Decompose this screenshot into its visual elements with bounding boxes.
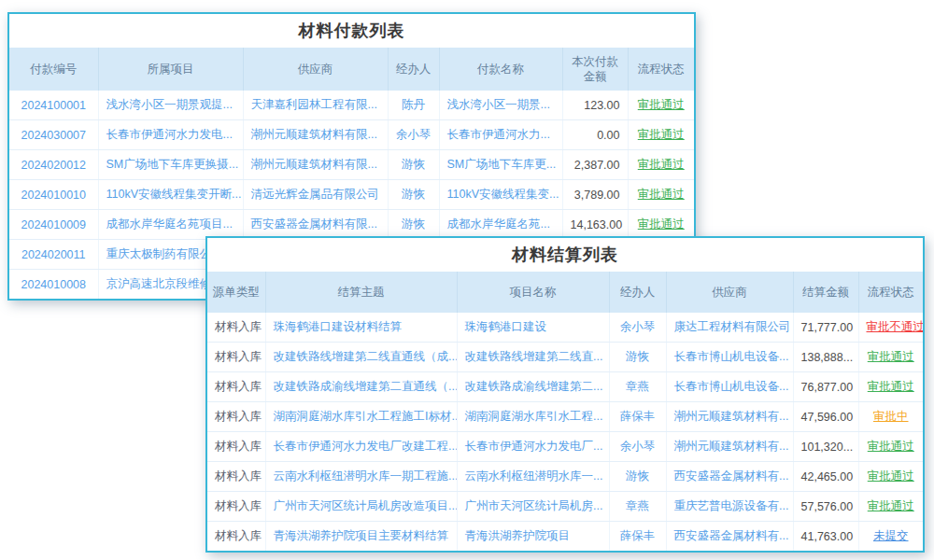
project-link[interactable]: 改建铁路线增建第二线直... — [457, 343, 609, 372]
settlement-list-title: 材料结算列表 — [207, 238, 923, 272]
source-type-label: 材料入库 — [207, 343, 265, 372]
supplier-link[interactable]: 天津嘉利园林工程有限... — [243, 91, 388, 120]
column-header: 经办人 — [388, 48, 439, 91]
subject-link[interactable]: 珠海鹤港口建设材料结算 — [265, 313, 457, 343]
handler-link[interactable]: 游恢 — [388, 210, 439, 240]
subject-link[interactable]: 湖南洞庭湖水库引水工程施工I标材... — [265, 402, 457, 432]
column-header: 流程状态 — [858, 272, 923, 313]
supplier-link[interactable]: 潮州元顺建筑材料有限... — [243, 150, 388, 180]
table-row: 材料入库珠海鹤港口建设材料结算珠海鹤港口建设余小琴康达工程材料有限公司71,77… — [207, 313, 923, 343]
subject-link[interactable]: 长春市伊通河水力发电厂改建工程... — [265, 432, 457, 462]
status-link[interactable]: 审批通过 — [628, 210, 694, 240]
table-row: 2024030007长春市伊通河水力发电...潮州元顺建筑材料有限...余小琴长… — [9, 120, 694, 150]
payment-name-link[interactable]: 110kV安徽线程集变... — [439, 180, 562, 210]
table-row: 材料入库青海洪湖养护院项目主要材料结算青海洪湖养护院项目薛保丰西安盛器金属材料有… — [207, 522, 923, 552]
status-link[interactable]: 审批通过 — [858, 462, 923, 492]
handler-link[interactable]: 游恢 — [609, 343, 666, 372]
supplier-link[interactable]: 潮州元顺建筑材料有... — [666, 432, 793, 462]
handler-link[interactable]: 薛保丰 — [609, 402, 666, 432]
payment-table-header-row: 付款编号所属项目供应商经办人付款名称本次付款金额流程状态 — [9, 48, 694, 91]
status-link[interactable]: 审批中 — [858, 402, 923, 432]
payment-name-link[interactable]: 成都水岸华庭名苑... — [439, 210, 562, 240]
payment-id-link[interactable]: 2024020011 — [9, 240, 98, 270]
status-link[interactable]: 审批不通过 — [858, 313, 923, 343]
supplier-link[interactable]: 重庆艺普电源设备有... — [666, 492, 793, 522]
payment-name-link[interactable]: 长春市伊通河水力... — [439, 120, 562, 150]
supplier-link[interactable]: 潮州元顺建筑材料有限... — [243, 120, 388, 150]
handler-link[interactable]: 余小琴 — [609, 313, 666, 343]
handler-link[interactable]: 游恢 — [388, 150, 439, 180]
column-header: 项目名称 — [457, 272, 609, 313]
payment-id-link[interactable]: 2024030007 — [9, 120, 98, 150]
project-link[interactable]: 云南水利枢纽潜明水库一... — [457, 462, 609, 492]
handler-link[interactable]: 薛保丰 — [609, 522, 666, 552]
supplier-link[interactable]: 西安盛器金属材料有限... — [243, 210, 388, 240]
supplier-link[interactable]: 康达工程材料有限公司 — [666, 313, 793, 343]
project-link[interactable]: 湖南洞庭湖水库引水工程... — [457, 402, 609, 432]
status-link[interactable]: 审批通过 — [858, 432, 923, 462]
handler-link[interactable]: 游恢 — [388, 180, 439, 210]
supplier-link[interactable]: 长春市博山机电设备... — [666, 343, 793, 372]
subject-link[interactable]: 广州市天河区统计局机房改造项目... — [265, 492, 457, 522]
status-link[interactable]: 审批通过 — [628, 150, 694, 180]
project-link[interactable]: 浅水湾小区一期景观提... — [98, 91, 243, 120]
amount-value: 123.00 — [562, 91, 628, 120]
payment-id-link[interactable]: 2024010009 — [9, 210, 98, 240]
project-link[interactable]: 长春市伊通河水力发电... — [98, 120, 243, 150]
project-link[interactable]: 改建铁路成渝线增建第二... — [457, 372, 609, 402]
project-link[interactable]: SM广场地下车库更换摄... — [98, 150, 243, 180]
supplier-link[interactable]: 清远光辉金属品有限公司 — [243, 180, 388, 210]
status-link[interactable]: 审批通过 — [858, 492, 923, 522]
project-link[interactable]: 110kV安徽线程集变开断... — [98, 180, 243, 210]
subject-link[interactable]: 改建铁路线增建第二线直通线（成... — [265, 343, 457, 372]
amount-value: 47,596.00 — [793, 402, 858, 432]
payment-name-link[interactable]: 浅水湾小区一期景... — [439, 91, 562, 120]
settlement-table-body: 材料入库珠海鹤港口建设材料结算珠海鹤港口建设余小琴康达工程材料有限公司71,77… — [207, 313, 923, 551]
payment-name-link[interactable]: SM广场地下车库更... — [439, 150, 562, 180]
status-link[interactable]: 审批通过 — [858, 372, 923, 402]
settlement-table-header-row: 源单类型结算主题项目名称经办人供应商结算金额流程状态 — [207, 272, 923, 313]
project-link[interactable]: 青海洪湖养护院项目 — [457, 522, 609, 552]
supplier-link[interactable]: 西安盛器金属材料有... — [666, 462, 793, 492]
payment-id-link[interactable]: 2024010008 — [9, 270, 98, 300]
status-link[interactable]: 审批通过 — [858, 343, 923, 372]
payment-id-link[interactable]: 2024010010 — [9, 180, 98, 210]
column-header: 本次付款金额 — [562, 48, 628, 91]
amount-value: 71,777.00 — [793, 313, 858, 343]
subject-link[interactable]: 青海洪湖养护院项目主要材料结算 — [265, 522, 457, 552]
subject-link[interactable]: 云南水利枢纽潜明水库一期工程施... — [265, 462, 457, 492]
column-header: 源单类型 — [207, 272, 265, 313]
handler-link[interactable]: 余小琴 — [609, 432, 666, 462]
handler-link[interactable]: 游恢 — [609, 462, 666, 492]
column-header: 供应商 — [666, 272, 793, 313]
payment-id-link[interactable]: 2024100001 — [9, 91, 98, 120]
status-link[interactable]: 审批通过 — [628, 91, 694, 120]
settlement-table: 源单类型结算主题项目名称经办人供应商结算金额流程状态 材料入库珠海鹤港口建设材料… — [207, 272, 923, 551]
supplier-link[interactable]: 西安盛器金属材料有... — [666, 522, 793, 552]
handler-link[interactable]: 陈丹 — [388, 91, 439, 120]
handler-link[interactable]: 章燕 — [609, 492, 666, 522]
project-link[interactable]: 成都水岸华庭名苑项目... — [98, 210, 243, 240]
project-link[interactable]: 珠海鹤港口建设 — [457, 313, 609, 343]
subject-link[interactable]: 改建铁路成渝线增建第二直通线（... — [265, 372, 457, 402]
project-link[interactable]: 长春市伊通河水力发电厂... — [457, 432, 609, 462]
status-link[interactable]: 审批通过 — [628, 180, 694, 210]
status-link[interactable]: 审批通过 — [628, 120, 694, 150]
payment-id-link[interactable]: 2024020012 — [9, 150, 98, 180]
status-link[interactable]: 未提交 — [858, 522, 923, 552]
table-row: 材料入库云南水利枢纽潜明水库一期工程施...云南水利枢纽潜明水库一...游恢西安… — [207, 462, 923, 492]
supplier-link[interactable]: 潮州元顺建筑材料有... — [666, 402, 793, 432]
project-link[interactable]: 广州市天河区统计局机房... — [457, 492, 609, 522]
handler-link[interactable]: 余小琴 — [388, 120, 439, 150]
source-type-label: 材料入库 — [207, 492, 265, 522]
amount-value: 101,320... — [793, 432, 858, 462]
payment-list-title: 材料付款列表 — [9, 14, 694, 48]
table-row: 材料入库改建铁路成渝线增建第二直通线（...改建铁路成渝线增建第二...章燕长春… — [207, 372, 923, 402]
source-type-label: 材料入库 — [207, 522, 265, 552]
supplier-link[interactable]: 长春市博山机电设备... — [666, 372, 793, 402]
source-type-label: 材料入库 — [207, 462, 265, 492]
amount-value: 42,465.00 — [793, 462, 858, 492]
handler-link[interactable]: 章燕 — [609, 372, 666, 402]
table-row: 材料入库长春市伊通河水力发电厂改建工程...长春市伊通河水力发电厂...余小琴潮… — [207, 432, 923, 462]
settlement-list-panel: 材料结算列表 源单类型结算主题项目名称经办人供应商结算金额流程状态 材料入库珠海… — [205, 236, 925, 553]
